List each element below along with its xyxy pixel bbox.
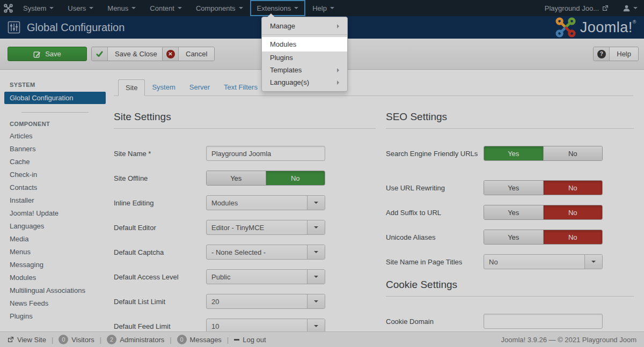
menu-help[interactable]: Help <box>305 0 341 16</box>
form-row-default-access-level: Default Access Level Public <box>114 269 376 284</box>
dropdown-item-plugins[interactable]: Plugins <box>262 51 347 64</box>
select-caret-button[interactable] <box>307 319 325 331</box>
default-access-level-select[interactable]: Public <box>206 269 325 284</box>
submenu-arrow-icon <box>337 24 339 28</box>
form-row-site-offline: Site Offline Yes No <box>114 171 376 186</box>
administrators-status[interactable]: 2 Administrators <box>107 335 164 344</box>
sidebar-item-contacts[interactable]: Contacts <box>4 181 106 194</box>
form-row-site-name: Site Name * <box>114 146 376 161</box>
field-label: Search Engine Friendly URLs <box>386 146 484 161</box>
field-label: Site Name * <box>114 146 206 161</box>
sidebar-item-installer[interactable]: Installer <box>4 194 106 207</box>
dropdown-item-manage[interactable]: Manage <box>262 20 347 32</box>
logout-link[interactable]: Log out <box>234 336 266 344</box>
sidebar-item-media[interactable]: Media <box>4 233 106 246</box>
sidebar-item-global-configuration[interactable]: Global Configuration <box>4 92 106 104</box>
dropdown-item-modules[interactable]: Modules <box>262 37 347 51</box>
form-row-default-captcha: Default Captcha - None Selected - <box>114 245 376 260</box>
tab-site[interactable]: Site <box>118 79 145 96</box>
field-label: Site Offline <box>114 171 206 186</box>
no-option[interactable]: No <box>266 171 325 185</box>
sidebar-item-plugins[interactable]: Plugins <box>4 310 106 323</box>
sidebar-item-multilingual-associations[interactable]: Multilingual Associations <box>4 284 106 297</box>
caret-down-icon <box>239 7 243 9</box>
menu-users[interactable]: Users <box>61 0 100 16</box>
select-caret-button[interactable] <box>584 255 602 269</box>
caret-down-icon <box>131 7 136 9</box>
menu-extensions[interactable]: Extensions <box>250 0 306 16</box>
preview-site-link[interactable]: Playground Joo... <box>545 4 609 12</box>
caret-down-icon <box>314 251 318 253</box>
help-button[interactable]: ? Help <box>593 47 639 61</box>
tab-server[interactable]: Server <box>182 79 217 95</box>
save-button[interactable]: Save <box>8 47 87 61</box>
select-caret-button[interactable] <box>307 220 325 234</box>
inline-editing-select[interactable]: Modules <box>206 195 325 210</box>
no-option[interactable]: No <box>543 146 603 160</box>
tab-system[interactable]: System <box>145 79 182 95</box>
caret-down-icon <box>314 226 318 228</box>
select-caret-button[interactable] <box>307 270 325 284</box>
sidebar-item-cache[interactable]: Cache <box>4 156 106 168</box>
joomla-brand-text: Joomla!® <box>580 19 636 36</box>
yes-option[interactable]: Yes <box>484 181 543 195</box>
caret-down-icon <box>633 7 638 9</box>
yes-option[interactable]: Yes <box>484 230 543 244</box>
yes-option[interactable]: Yes <box>207 171 266 185</box>
cancel-button[interactable]: ✕ Cancel <box>162 47 215 61</box>
checkmark-icon <box>92 47 108 61</box>
dropdown-item-templates[interactable]: Templates <box>262 64 347 76</box>
no-option[interactable]: No <box>543 205 603 219</box>
visitors-status[interactable]: 0 Visitors <box>58 335 94 344</box>
no-option[interactable]: No <box>543 230 603 244</box>
sidebar-item-messaging[interactable]: Messaging <box>4 259 106 271</box>
sidebar-item-joomla-update[interactable]: Joomla! Update <box>4 207 106 220</box>
yes-option[interactable]: Yes <box>484 205 543 219</box>
sidebar-item-banners[interactable]: Banners <box>4 143 106 156</box>
page-title: Global Configuration <box>27 21 125 34</box>
messages-status[interactable]: 0 Messages <box>177 335 222 344</box>
sidebar-item-modules[interactable]: Modules <box>4 271 106 284</box>
submenu-arrow-icon <box>337 80 339 85</box>
status-bar: View Site | 0 Visitors | 2 Administrator… <box>0 331 644 347</box>
menu-menus[interactable]: Menus <box>100 0 143 16</box>
default-list-limit-select[interactable]: 20 <box>206 294 325 309</box>
default-feed-limit-select[interactable]: 10 <box>206 319 325 331</box>
cookie-domain-input[interactable] <box>484 314 603 329</box>
dropdown-item-languages[interactable]: Language(s) <box>262 76 347 88</box>
site-name-in-titles-select[interactable]: No <box>484 254 603 269</box>
site-name-input[interactable] <box>206 146 325 161</box>
url-rewriting-toggle: Yes No <box>484 180 603 195</box>
sidebar-item-articles[interactable]: Articles <box>4 130 106 143</box>
separator: | <box>52 336 53 344</box>
default-captcha-select[interactable]: - None Selected - <box>206 245 325 260</box>
form-row-inline-editing: Inline Editing Modules <box>114 195 376 210</box>
view-site-link[interactable]: View Site <box>8 336 46 344</box>
default-editor-select[interactable]: Editor - TinyMCE <box>206 220 325 235</box>
field-label: Default List Limit <box>114 294 206 309</box>
field-label: Site Name in Page Titles <box>386 254 484 269</box>
select-caret-button[interactable] <box>307 245 325 259</box>
form-row-unicode-aliases: Unicode Aliases Yes No <box>386 230 634 245</box>
menu-components[interactable]: Components <box>189 0 250 16</box>
sidebar-item-menus[interactable]: Menus <box>4 246 106 259</box>
sidebar-item-check-in[interactable]: Check-in <box>4 168 106 181</box>
caret-down-icon <box>89 7 93 9</box>
select-caret-button[interactable] <box>307 196 325 210</box>
select-caret-button[interactable] <box>307 294 325 308</box>
caret-down-icon <box>314 276 318 278</box>
sidebar-item-news-feeds[interactable]: News Feeds <box>4 297 106 310</box>
tab-text-filters[interactable]: Text Filters <box>217 79 265 95</box>
yes-option[interactable]: Yes <box>484 146 543 160</box>
field-label: Inline Editing <box>114 195 206 210</box>
menu-system[interactable]: System <box>16 0 61 16</box>
joomla-logo-icon <box>555 17 576 38</box>
sidebar-item-languages[interactable]: Languages <box>4 220 106 233</box>
no-option[interactable]: No <box>543 181 603 195</box>
admin-menu-bar: System Users Menus Content Components Ex… <box>0 0 644 16</box>
site-settings-section: Site Settings Site Name * Site Offline Y… <box>114 111 376 331</box>
user-menu[interactable] <box>623 4 638 12</box>
save-and-close-button[interactable]: Save & Close <box>91 47 165 61</box>
dropdown-divider <box>262 34 347 35</box>
menu-content[interactable]: Content <box>143 0 189 16</box>
